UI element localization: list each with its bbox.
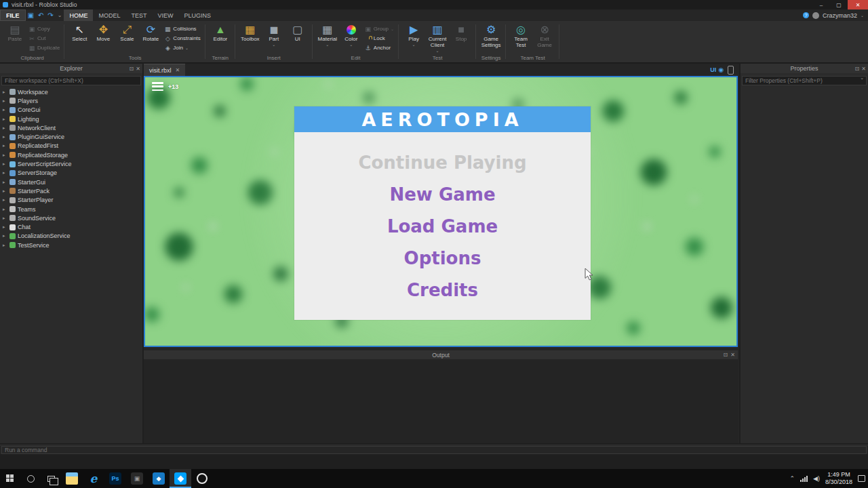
expand-arrow-icon[interactable]: ▸ bbox=[3, 98, 7, 104]
menu-item-options[interactable]: Options bbox=[404, 243, 481, 274]
material-button[interactable]: ▦ Material ⌄ bbox=[316, 22, 339, 47]
taskbar-obs[interactable] bbox=[191, 469, 213, 488]
explorer-item-replicatedstorage[interactable]: ▸ReplicatedStorage bbox=[0, 150, 142, 159]
explorer-item-lighting[interactable]: ▸Lighting bbox=[0, 115, 142, 123]
explorer-item-chat[interactable]: ▸Chat bbox=[0, 222, 142, 231]
game-viewport[interactable]: +13 AEROTOPIA Continue Playing New Game … bbox=[144, 76, 738, 347]
taskbar-clock[interactable]: 1:49 PM 8/30/2018 bbox=[825, 471, 852, 486]
properties-close-icon[interactable]: ✕ bbox=[861, 66, 866, 72]
explorer-item-localizationservice[interactable]: ▸LocalizationService bbox=[0, 232, 142, 241]
game-settings-button[interactable]: ⚙ Game Settings bbox=[479, 22, 502, 49]
output-header[interactable]: Output ⊡ ✕ bbox=[144, 350, 738, 359]
play-button[interactable]: ▶ Play ⌄ bbox=[402, 22, 425, 47]
properties-filter-input[interactable] bbox=[742, 76, 867, 85]
expand-arrow-icon[interactable]: ▸ bbox=[3, 143, 7, 148]
explorer-item-serverstorage[interactable]: ▸ServerStorage bbox=[0, 169, 142, 178]
menu-item-credits[interactable]: Credits bbox=[407, 274, 478, 306]
output-close-icon[interactable]: ✕ bbox=[730, 352, 735, 358]
duplicate-button[interactable]: ▦ Duplicate bbox=[27, 43, 61, 52]
ui-button[interactable]: ▢ UI bbox=[286, 22, 309, 43]
save-icon[interactable]: ▣ bbox=[26, 9, 36, 21]
taskbar-roblox-studio[interactable] bbox=[170, 469, 191, 488]
taskbar-app-dark[interactable]: ▣ bbox=[126, 469, 148, 488]
start-button[interactable] bbox=[0, 469, 20, 488]
expand-arrow-icon[interactable]: ▸ bbox=[3, 117, 7, 122]
undo-icon[interactable]: ↶ bbox=[36, 9, 45, 21]
expand-arrow-icon[interactable]: ▸ bbox=[3, 197, 7, 203]
expand-arrow-icon[interactable]: ▸ bbox=[3, 216, 7, 221]
expand-arrow-icon[interactable]: ▸ bbox=[3, 180, 7, 185]
expand-arrow-icon[interactable]: ▸ bbox=[3, 107, 7, 113]
expand-arrow-icon[interactable]: ▸ bbox=[3, 207, 7, 212]
menu-item-load-game[interactable]: Load Game bbox=[387, 211, 498, 243]
menu-item-new-game[interactable]: New Game bbox=[389, 179, 495, 211]
scale-button[interactable]: ⤢ Scale bbox=[115, 22, 138, 43]
expand-arrow-icon[interactable]: ▸ bbox=[3, 243, 7, 248]
ui-visibility-toggle[interactable]: UI ◉ bbox=[710, 66, 724, 73]
user-menu-caret-icon[interactable]: ⌄ bbox=[861, 13, 864, 18]
explorer-item-teams[interactable]: ▸Teams bbox=[0, 205, 142, 214]
group-button[interactable]: ▣ Group ⌄ bbox=[363, 24, 395, 33]
search-button[interactable] bbox=[20, 469, 41, 488]
explorer-item-replicatedfirst[interactable]: ▸ReplicatedFirst bbox=[0, 142, 142, 150]
explorer-item-coregui[interactable]: ▸CoreGui bbox=[0, 106, 142, 115]
tab-close-icon[interactable]: ✕ bbox=[176, 67, 180, 73]
explorer-close-icon[interactable]: ✕ bbox=[136, 66, 140, 72]
redo-icon[interactable]: ↷ bbox=[45, 9, 55, 21]
terrain-editor-button[interactable]: ▲ Editor bbox=[209, 22, 232, 43]
taskbar-app-blue[interactable]: ◆ bbox=[148, 469, 170, 488]
explorer-item-starterpack[interactable]: ▸StarterPack bbox=[0, 186, 142, 195]
tab-file[interactable]: FILE bbox=[0, 9, 26, 21]
expand-arrow-icon[interactable]: ▸ bbox=[3, 170, 7, 176]
expand-arrow-icon[interactable]: ▸ bbox=[3, 125, 7, 131]
taskbar-file-explorer[interactable] bbox=[61, 469, 83, 488]
expand-arrow-icon[interactable]: ▸ bbox=[3, 161, 7, 167]
taskbar-edge[interactable]: e bbox=[83, 469, 104, 488]
join-button[interactable]: ◈ Join ⌄ bbox=[163, 43, 201, 52]
explorer-item-pluginguiservice[interactable]: ▸PluginGuiService bbox=[0, 132, 142, 141]
properties-filter-caret-icon[interactable]: ⌄ bbox=[860, 75, 864, 81]
exit-game-button[interactable]: ⊗ Exit Game bbox=[533, 22, 556, 49]
explorer-item-workspace[interactable]: ▸Workspace bbox=[0, 87, 142, 96]
color-button[interactable]: Color ⌄ bbox=[340, 22, 363, 47]
select-button[interactable]: ↖ Select bbox=[68, 22, 91, 43]
tab-plugins[interactable]: PLUGINS bbox=[178, 9, 216, 21]
explorer-item-soundservice[interactable]: ▸SoundService bbox=[0, 214, 142, 222]
expand-arrow-icon[interactable]: ▸ bbox=[3, 188, 7, 194]
command-input[interactable] bbox=[1, 446, 867, 454]
device-emulator-icon[interactable] bbox=[728, 66, 734, 75]
expand-arrow-icon[interactable]: ▸ bbox=[3, 224, 7, 230]
team-test-button[interactable]: ◎ Team Test bbox=[509, 22, 532, 49]
expand-arrow-icon[interactable]: ▸ bbox=[3, 152, 7, 158]
expand-arrow-icon[interactable]: ▸ bbox=[3, 89, 7, 95]
minimize-button[interactable]: – bbox=[812, 0, 830, 9]
properties-float-icon[interactable]: ⊡ bbox=[855, 66, 860, 72]
explorer-item-startergui[interactable]: ▸StarterGui bbox=[0, 178, 142, 186]
tab-model[interactable]: MODEL bbox=[93, 9, 125, 21]
maximize-button[interactable]: ▢ bbox=[830, 0, 848, 9]
document-tab[interactable]: visit.rbxl ✕ bbox=[144, 64, 185, 76]
explorer-item-testservice[interactable]: ▸TestService bbox=[0, 241, 142, 249]
explorer-float-icon[interactable]: ⊡ bbox=[130, 66, 134, 72]
network-icon[interactable] bbox=[800, 476, 808, 482]
part-button[interactable]: ◼ Part ⌄ bbox=[262, 22, 285, 47]
taskbar-photoshop[interactable]: Ps bbox=[104, 469, 126, 488]
output-log[interactable] bbox=[144, 359, 738, 443]
tray-expand-icon[interactable]: ⌃ bbox=[789, 475, 795, 482]
cut-button[interactable]: ✂ Cut bbox=[27, 34, 61, 43]
expand-arrow-icon[interactable]: ▸ bbox=[3, 134, 7, 140]
expand-arrow-icon[interactable]: ▸ bbox=[3, 233, 7, 239]
tab-test[interactable]: TEST bbox=[125, 9, 152, 21]
close-button[interactable]: ✕ bbox=[848, 0, 868, 9]
explorer-item-starterplayer[interactable]: ▸StarterPlayer bbox=[0, 196, 142, 205]
quickbar-caret-icon[interactable]: ⌄ bbox=[56, 9, 64, 21]
rotate-button[interactable]: ⟳ Rotate bbox=[139, 22, 162, 43]
stop-button[interactable]: ■ Stop bbox=[450, 22, 473, 43]
hamburger-menu-icon[interactable] bbox=[152, 82, 163, 91]
explorer-filter-input[interactable] bbox=[1, 76, 141, 85]
move-button[interactable]: ✥ Move bbox=[92, 22, 115, 43]
help-icon[interactable]: ? bbox=[803, 12, 809, 18]
lock-button[interactable]: Lock bbox=[363, 34, 395, 43]
task-view-button[interactable] bbox=[41, 469, 61, 488]
toolbox-button[interactable]: ▦ Toolbox bbox=[239, 22, 262, 43]
